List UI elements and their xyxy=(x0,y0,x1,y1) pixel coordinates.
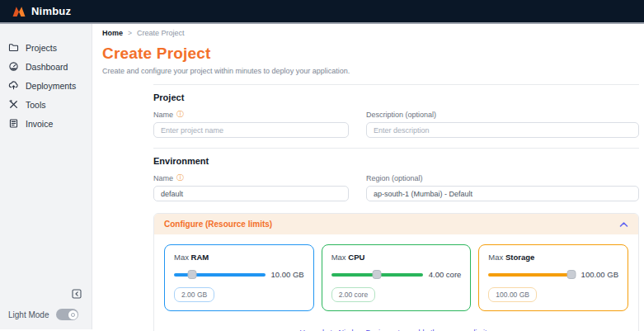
brand-name: Nimbuz xyxy=(31,5,71,17)
region-label: Region (optional) xyxy=(366,173,639,182)
sidebar-item-dashboard[interactable]: Dashboard xyxy=(8,57,92,76)
max-ram-max-value: 10.00 GB xyxy=(271,270,304,279)
create-project-form: Project Name ⓘ Description (optional) xyxy=(153,84,639,331)
max-ram-slider[interactable] xyxy=(174,270,266,279)
breadcrumb: Home > Create Project xyxy=(102,27,639,39)
max-storage-max-value: 100.00 GB xyxy=(581,270,618,279)
max-ram-current-value[interactable]: 2.00 GB xyxy=(174,287,214,302)
toggle-knob-icon xyxy=(68,310,78,319)
cloud-upload-icon xyxy=(8,80,19,91)
main-content: Home > Create Project Create Project Cre… xyxy=(92,24,644,329)
slider-thumb[interactable] xyxy=(567,270,576,279)
light-mode-label: Light Mode xyxy=(8,310,49,319)
configure-accordion-header[interactable]: Configure (Resource limits) xyxy=(154,214,638,234)
folder-icon xyxy=(8,42,19,53)
sidebar-nav: Projects Dashboard Deployments xyxy=(0,24,92,133)
divider xyxy=(153,148,639,149)
chevron-up-icon[interactable] xyxy=(619,221,628,228)
nimbuz-logo-icon xyxy=(12,5,26,17)
max-storage-current-value[interactable]: 100.00 GB xyxy=(488,287,537,302)
max-cpu-slider[interactable] xyxy=(331,270,423,279)
sidebar-item-deployments[interactable]: Deployments xyxy=(8,76,92,95)
project-section-title: Project xyxy=(153,92,639,102)
sidebar-item-projects[interactable]: Projects xyxy=(8,38,92,57)
sidebar-item-label: Dashboard xyxy=(26,62,68,72)
breadcrumb-current: Create Project xyxy=(137,29,185,37)
configure-title: Configure (Resource limits) xyxy=(164,220,272,229)
project-description-label: Description (optional) xyxy=(366,110,639,119)
environment-section-title: Environment xyxy=(153,156,639,166)
collapse-sidebar-icon[interactable] xyxy=(71,288,82,299)
slider-thumb[interactable] xyxy=(188,270,197,279)
sidebar-item-label: Projects xyxy=(26,43,57,53)
info-icon: ⓘ xyxy=(176,174,184,182)
slider-thumb[interactable] xyxy=(373,270,382,279)
sidebar-item-label: Deployments xyxy=(26,81,76,91)
project-name-input[interactable] xyxy=(153,122,349,138)
max-storage-card: Max Storage 100.00 GB 100.00 GB xyxy=(478,244,628,311)
gauge-icon xyxy=(8,61,19,72)
max-cpu-label: Max CPU xyxy=(331,253,462,262)
environment-name-input[interactable] xyxy=(153,186,349,201)
brand-logo[interactable]: Nimbuz xyxy=(12,5,71,17)
max-storage-slider[interactable] xyxy=(488,270,575,279)
sidebar-item-invoice[interactable]: Invoice xyxy=(8,114,92,133)
divider xyxy=(153,84,639,85)
max-cpu-current-value[interactable]: 2.00 core xyxy=(331,287,375,302)
app-header: Nimbuz xyxy=(0,0,644,24)
max-ram-card: Max RAM 10.00 GB 2.00 GB xyxy=(164,244,314,311)
max-cpu-card: Max CPU 4.00 core 2.00 core xyxy=(322,244,472,311)
page-subtitle: Create and configure your project within… xyxy=(102,67,639,75)
breadcrumb-separator: > xyxy=(128,29,132,37)
configure-body: Max RAM 10.00 GB 2.00 GB xyxy=(154,234,638,331)
region-input[interactable] xyxy=(366,186,639,201)
breadcrumb-home-link[interactable]: Home xyxy=(102,29,123,37)
sidebar-item-label: Invoice xyxy=(26,119,53,129)
page-title: Create Project xyxy=(102,45,639,63)
sidebar-item-label: Tools xyxy=(26,100,46,110)
max-cpu-max-value: 4.00 core xyxy=(429,270,462,279)
light-mode-toggle[interactable] xyxy=(56,309,78,320)
slider-track xyxy=(488,273,575,277)
tools-icon xyxy=(8,99,19,110)
configure-resource-limits-card: Configure (Resource limits) Max RAM xyxy=(153,213,639,331)
invoice-icon xyxy=(8,118,19,129)
info-icon: ⓘ xyxy=(176,111,184,118)
sidebar: Projects Dashboard Deployments xyxy=(0,24,92,329)
sidebar-bottom: Light Mode xyxy=(0,288,92,329)
max-ram-label: Max RAM xyxy=(174,253,304,262)
project-name-label: Name ⓘ xyxy=(153,110,349,119)
environment-name-label: Name ⓘ xyxy=(153,173,349,182)
max-storage-label: Max Storage xyxy=(488,253,618,262)
project-description-input[interactable] xyxy=(366,122,639,138)
sidebar-item-tools[interactable]: Tools xyxy=(8,95,92,114)
